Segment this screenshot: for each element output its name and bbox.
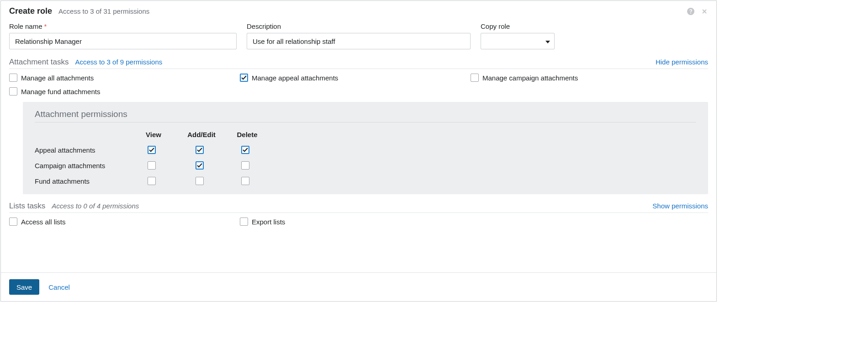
section-header-lists: Lists tasks Access to 0 of 4 permissions… xyxy=(9,202,708,213)
col-delete: Delete xyxy=(227,131,268,138)
show-permissions-link[interactable]: Show permissions xyxy=(652,202,708,210)
lists-checkbox-grid: Access all lists Export lists xyxy=(9,213,708,232)
section-count-lists: Access to 0 of 4 permissions xyxy=(52,202,139,210)
attachment-permissions-panel: Attachment permissions View Add/Edit Del… xyxy=(23,102,708,194)
chk-campaign-addedit[interactable] xyxy=(196,161,204,170)
section-title-lists: Lists tasks xyxy=(9,202,45,211)
field-role-name: Role name* xyxy=(9,22,237,49)
checkbox-icon xyxy=(9,74,17,82)
chk-access-all-lists[interactable]: Access all lists xyxy=(9,218,240,226)
panel-header: Create role Access to 3 of 31 permission… xyxy=(1,1,716,22)
required-star-icon: * xyxy=(44,22,47,30)
chk-appeal-view[interactable] xyxy=(148,146,156,154)
role-name-input[interactable] xyxy=(9,33,237,49)
chk-label: Manage all attachments xyxy=(21,74,94,82)
role-name-label-text: Role name xyxy=(9,22,42,30)
attachment-permissions-title: Attachment permissions xyxy=(35,109,696,122)
chk-fund-delete[interactable] xyxy=(241,177,249,185)
chk-manage-fund-attachments[interactable]: Manage fund attachments xyxy=(9,87,240,96)
field-copy-role: Copy role xyxy=(481,22,555,49)
section-header-attachment: Attachment tasks Access to 3 of 9 permis… xyxy=(9,58,708,69)
copy-role-label: Copy role xyxy=(481,22,555,30)
save-button[interactable]: Save xyxy=(9,279,39,295)
chk-label: Manage fund attachments xyxy=(21,88,100,96)
chk-campaign-delete[interactable] xyxy=(241,161,249,170)
field-description: Description xyxy=(247,22,471,49)
chk-export-lists[interactable]: Export lists xyxy=(240,218,471,226)
panel-footer: Save Cancel xyxy=(1,272,716,301)
col-view: View xyxy=(131,131,176,138)
chk-manage-campaign-attachments[interactable]: Manage campaign attachments xyxy=(471,74,701,82)
hide-permissions-link[interactable]: Hide permissions xyxy=(656,58,708,66)
section-title-attachment: Attachment tasks xyxy=(9,58,69,67)
panel-subtitle: Access to 3 of 31 permissions xyxy=(58,7,149,15)
role-name-label: Role name* xyxy=(9,22,237,30)
row-campaign-label: Campaign attachments xyxy=(35,162,131,170)
copy-role-select[interactable] xyxy=(481,33,555,49)
chk-appeal-addedit[interactable] xyxy=(196,146,204,154)
field-row: Role name* Description Copy role xyxy=(9,22,708,49)
chk-label: Manage campaign attachments xyxy=(482,74,578,82)
section-count-attachment[interactable]: Access to 3 of 9 permissions xyxy=(75,58,162,66)
checkbox-icon xyxy=(471,74,479,82)
checkbox-icon xyxy=(240,218,248,226)
attachment-permissions-table: View Add/Edit Delete Appeal attachments … xyxy=(35,131,696,185)
row-fund-label: Fund attachments xyxy=(35,177,131,185)
col-add-edit: Add/Edit xyxy=(176,131,227,138)
description-label: Description xyxy=(247,22,471,30)
chk-appeal-delete[interactable] xyxy=(241,146,249,154)
cancel-button[interactable]: Cancel xyxy=(48,283,70,291)
chk-fund-view[interactable] xyxy=(148,177,156,185)
close-icon[interactable] xyxy=(701,8,708,15)
chk-label: Manage appeal attachments xyxy=(252,74,338,82)
row-appeal-label: Appeal attachments xyxy=(35,146,131,154)
chk-manage-all-attachments[interactable]: Manage all attachments xyxy=(9,74,240,82)
description-input[interactable] xyxy=(247,33,471,49)
chk-label: Export lists xyxy=(252,218,285,226)
checkbox-icon xyxy=(9,218,17,226)
panel-title: Create role xyxy=(9,6,52,16)
panel-body: Role name* Description Copy role Att xyxy=(1,22,716,272)
chk-manage-appeal-attachments[interactable]: Manage appeal attachments xyxy=(240,74,471,82)
chk-fund-addedit[interactable] xyxy=(196,177,204,185)
help-icon[interactable] xyxy=(687,8,694,15)
header-icons xyxy=(687,8,708,15)
checkbox-icon xyxy=(240,74,248,82)
attachment-checkbox-grid: Manage all attachments Manage appeal att… xyxy=(9,69,708,102)
checkbox-icon xyxy=(9,87,17,96)
create-role-panel: Create role Access to 3 of 31 permission… xyxy=(0,0,717,302)
chk-label: Access all lists xyxy=(21,218,66,226)
chk-campaign-view[interactable] xyxy=(148,161,156,170)
